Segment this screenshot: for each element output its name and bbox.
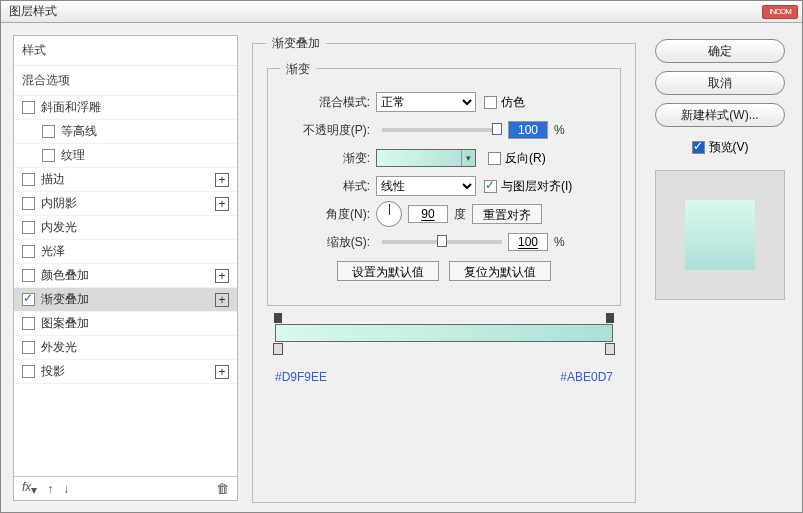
set-default-button[interactable]: 设置为默认值 [337,261,439,281]
checkbox-icon[interactable] [22,365,35,378]
blend-mode-select[interactable]: 正常 [376,92,476,112]
ok-button[interactable]: 确定 [655,39,785,63]
sidebar-item-bevel[interactable]: 斜面和浮雕 [14,96,237,120]
dialog-title: 图层样式 [5,3,762,20]
dither-checkbox[interactable] [484,96,497,109]
sidebar-item-contour[interactable]: 等高线 [14,120,237,144]
color-stop-left[interactable] [273,343,283,355]
scale-value[interactable]: 100 [508,233,548,251]
angle-unit: 度 [454,206,466,223]
reset-align-button[interactable]: 重置对齐 [472,204,542,224]
color-right-label: #ABE0D7 [560,370,613,384]
settings-panel: 渐变叠加 渐变 混合模式: 正常 仿色 不透明度(P): 100 % [252,35,636,501]
sidebar-item-inner-glow[interactable]: 内发光 [14,216,237,240]
style-label: 样式: [286,178,376,195]
checkbox-icon[interactable] [22,293,35,306]
plus-icon[interactable]: + [215,365,229,379]
checkbox-icon[interactable] [42,149,55,162]
checkbox-icon[interactable] [22,317,35,330]
checkbox-icon[interactable] [22,245,35,258]
panel-title: 渐变叠加 [266,35,326,52]
sidebar-item-stroke[interactable]: 描边+ [14,168,237,192]
gradient-label: 渐变: [286,150,376,167]
checkbox-icon[interactable] [22,173,35,186]
preview-swatch [685,200,755,270]
checkbox-icon[interactable] [42,125,55,138]
sidebar-item-pattern-overlay[interactable]: 图案叠加 [14,312,237,336]
gradient-bar[interactable] [275,324,613,342]
opacity-stop-right[interactable] [606,313,614,323]
action-panel: 确定 取消 新建样式(W)... 预览(V) [650,35,790,501]
opacity-unit: % [554,123,565,137]
plus-icon[interactable]: + [215,197,229,211]
styles-sidebar: 样式 混合选项 斜面和浮雕 等高线 纹理 描边+ 内阴影+ 内发光 光泽 颜色叠… [13,35,238,501]
layer-style-dialog: 图层样式 INCOM 样式 混合选项 斜面和浮雕 等高线 纹理 描边+ 内阴影+… [0,0,803,513]
reset-default-button[interactable]: 复位为默认值 [449,261,551,281]
scale-label: 缩放(S): [286,234,376,251]
align-label: 与图层对齐(I) [501,178,572,195]
preview-checkbox[interactable] [692,141,705,154]
checkbox-icon[interactable] [22,221,35,234]
arrow-down-icon[interactable]: ↓ [63,482,69,496]
angle-dial[interactable] [376,201,402,227]
trash-icon[interactable]: 🗑 [216,481,229,496]
dither-label: 仿色 [501,94,525,111]
align-checkbox[interactable] [484,180,497,193]
sidebar-item-inner-shadow[interactable]: 内阴影+ [14,192,237,216]
color-left-label: #D9F9EE [275,370,327,384]
opacity-label: 不透明度(P): [286,122,376,139]
checkbox-icon[interactable] [22,197,35,210]
checkbox-icon[interactable] [22,341,35,354]
preview-box [655,170,785,300]
sidebar-item-color-overlay[interactable]: 颜色叠加+ [14,264,237,288]
checkbox-icon[interactable] [22,101,35,114]
fx-menu-icon[interactable]: fx▾ [22,480,37,497]
plus-icon[interactable]: + [215,173,229,187]
sidebar-item-drop-shadow[interactable]: 投影+ [14,360,237,384]
reverse-checkbox[interactable] [488,152,501,165]
arrow-up-icon[interactable]: ↑ [47,482,53,496]
opacity-value[interactable]: 100 [508,121,548,139]
blend-mode-label: 混合模式: [286,94,376,111]
cancel-button[interactable]: 取消 [655,71,785,95]
plus-icon[interactable]: + [215,269,229,283]
plus-icon[interactable]: + [215,293,229,307]
close-icon[interactable]: INCOM [762,5,798,19]
reverse-label: 反向(R) [505,150,546,167]
opacity-stop-left[interactable] [274,313,282,323]
sidebar-item-texture[interactable]: 纹理 [14,144,237,168]
sidebar-item-outer-glow[interactable]: 外发光 [14,336,237,360]
opacity-slider[interactable] [382,128,502,132]
blend-options-header[interactable]: 混合选项 [14,66,237,96]
styles-header[interactable]: 样式 [14,36,237,66]
angle-label: 角度(N): [286,206,376,223]
style-select[interactable]: 线性 [376,176,476,196]
group-title: 渐变 [280,61,316,78]
scale-slider[interactable] [382,240,502,244]
titlebar[interactable]: 图层样式 INCOM [1,1,802,23]
checkbox-icon[interactable] [22,269,35,282]
sidebar-footer: fx▾ ↑ ↓ 🗑 [14,476,237,500]
gradient-swatch[interactable]: ▾ [376,149,476,167]
scale-unit: % [554,235,565,249]
chevron-down-icon[interactable]: ▾ [461,150,475,166]
preview-label: 预览(V) [709,139,749,156]
angle-value[interactable]: 90 [408,205,448,223]
color-stop-right[interactable] [605,343,615,355]
gradient-editor[interactable]: #D9F9EE #ABE0D7 [267,324,621,384]
sidebar-item-gradient-overlay[interactable]: 渐变叠加+ [14,288,237,312]
sidebar-item-satin[interactable]: 光泽 [14,240,237,264]
new-style-button[interactable]: 新建样式(W)... [655,103,785,127]
